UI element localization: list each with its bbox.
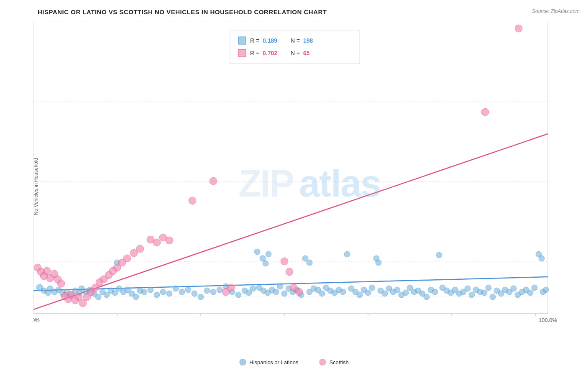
svg-point-50 bbox=[148, 287, 153, 293]
svg-point-142 bbox=[539, 255, 545, 261]
svg-text:R =: R = bbox=[250, 37, 259, 44]
svg-point-177 bbox=[130, 249, 138, 257]
svg-rect-191 bbox=[238, 49, 246, 57]
svg-point-94 bbox=[344, 251, 350, 257]
svg-point-56 bbox=[185, 287, 191, 293]
svg-point-125 bbox=[469, 292, 475, 298]
svg-point-144 bbox=[543, 287, 549, 293]
svg-point-37 bbox=[95, 294, 101, 300]
svg-rect-185 bbox=[230, 30, 360, 64]
svg-point-57 bbox=[192, 291, 197, 296]
svg-point-182 bbox=[286, 268, 293, 276]
svg-point-77 bbox=[277, 284, 283, 289]
source-label: Source: ZipAtlas.com bbox=[532, 8, 580, 14]
svg-text:atlas: atlas bbox=[299, 163, 381, 204]
svg-point-99 bbox=[365, 290, 371, 296]
svg-point-54 bbox=[173, 286, 179, 291]
svg-point-116 bbox=[432, 289, 438, 295]
svg-point-147 bbox=[210, 177, 217, 185]
svg-point-178 bbox=[136, 245, 144, 253]
svg-point-150 bbox=[153, 239, 161, 246]
svg-point-53 bbox=[166, 291, 172, 296]
legend-item-pink: Scottish bbox=[319, 359, 348, 365]
chart-legend: Hispanics or Latinos Scottish bbox=[239, 359, 348, 365]
svg-point-146 bbox=[481, 108, 489, 116]
svg-point-124 bbox=[465, 286, 470, 291]
svg-text:R =: R = bbox=[250, 50, 259, 56]
svg-point-71 bbox=[266, 251, 271, 257]
svg-point-152 bbox=[166, 237, 173, 244]
legend-label-pink: Scottish bbox=[329, 359, 348, 365]
svg-point-64 bbox=[235, 292, 241, 298]
svg-rect-186 bbox=[238, 37, 246, 44]
svg-point-59 bbox=[204, 288, 210, 294]
svg-point-180 bbox=[227, 284, 235, 291]
legend-dot-pink bbox=[319, 359, 326, 365]
svg-point-145 bbox=[515, 25, 522, 32]
svg-point-55 bbox=[179, 289, 185, 295]
svg-point-49 bbox=[141, 289, 147, 295]
svg-point-128 bbox=[481, 290, 487, 296]
svg-point-109 bbox=[403, 290, 409, 296]
svg-point-104 bbox=[382, 291, 388, 296]
svg-text:100.0%: 100.0% bbox=[539, 317, 557, 323]
chart-title: HISPANIC OR LATINO VS SCOTTISH NO VEHICL… bbox=[38, 8, 580, 15]
svg-text:0.189: 0.189 bbox=[263, 37, 277, 44]
chart-svg: 100.0% 75.0% 50.0% 25.0% 0.0% 0.0% 100.0… bbox=[33, 21, 565, 343]
svg-point-67 bbox=[250, 286, 256, 291]
svg-point-88 bbox=[319, 291, 325, 296]
svg-point-78 bbox=[281, 291, 287, 296]
chart-container: HISPANIC OR LATINO VS SCOTTISH NO VEHICL… bbox=[0, 0, 588, 373]
svg-point-135 bbox=[511, 286, 516, 291]
svg-point-176 bbox=[123, 255, 131, 262]
svg-point-148 bbox=[189, 197, 196, 204]
svg-point-70 bbox=[263, 261, 268, 266]
svg-point-100 bbox=[369, 285, 375, 291]
svg-point-102 bbox=[376, 260, 381, 266]
svg-point-130 bbox=[490, 294, 496, 300]
svg-point-47 bbox=[133, 294, 139, 300]
svg-point-166 bbox=[79, 299, 87, 307]
legend-label-blue: Hispanics or Latinos bbox=[249, 359, 298, 365]
svg-point-117 bbox=[436, 252, 442, 258]
svg-text:N =: N = bbox=[291, 37, 300, 44]
svg-point-139 bbox=[527, 290, 533, 296]
svg-point-69 bbox=[260, 255, 266, 261]
svg-point-84 bbox=[307, 260, 312, 266]
svg-point-156 bbox=[43, 267, 51, 275]
svg-point-165 bbox=[75, 293, 82, 301]
svg-point-61 bbox=[217, 287, 222, 293]
svg-point-129 bbox=[486, 285, 491, 291]
svg-point-76 bbox=[273, 289, 279, 295]
svg-point-160 bbox=[57, 280, 65, 287]
svg-text:65: 65 bbox=[303, 50, 310, 56]
svg-point-140 bbox=[532, 285, 537, 291]
svg-text:0.702: 0.702 bbox=[263, 50, 277, 56]
legend-item-blue: Hispanics or Latinos bbox=[239, 359, 298, 365]
svg-text:N =: N = bbox=[291, 50, 300, 56]
svg-line-21 bbox=[33, 134, 548, 309]
svg-point-52 bbox=[160, 289, 166, 295]
svg-point-114 bbox=[424, 294, 429, 300]
legend-dot-blue bbox=[239, 359, 246, 365]
svg-point-97 bbox=[357, 292, 363, 298]
svg-text:ZIP: ZIP bbox=[238, 163, 293, 204]
svg-point-184 bbox=[295, 288, 303, 296]
svg-point-93 bbox=[340, 289, 346, 295]
svg-text:0.0%: 0.0% bbox=[33, 317, 40, 323]
svg-point-60 bbox=[210, 289, 216, 295]
svg-point-181 bbox=[281, 258, 288, 265]
svg-point-58 bbox=[198, 294, 204, 300]
svg-point-51 bbox=[154, 292, 160, 298]
svg-point-68 bbox=[254, 249, 260, 255]
svg-point-107 bbox=[394, 287, 400, 293]
svg-text:198: 198 bbox=[303, 37, 313, 44]
